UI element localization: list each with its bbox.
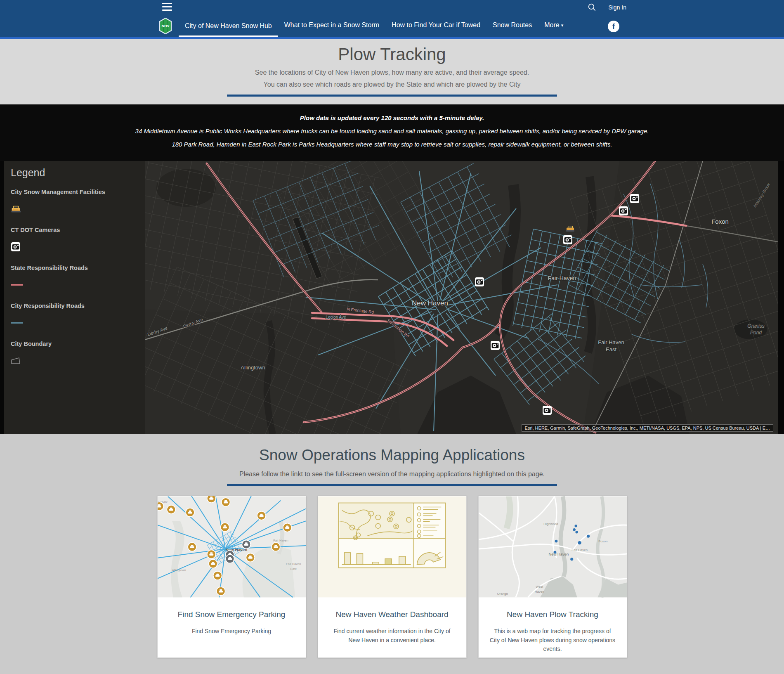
map-canvas[interactable]: New HavenFair HavenFair HavenEastFoxonAl… xyxy=(145,161,778,434)
traffic-camera-icon[interactable] xyxy=(563,235,572,244)
parking-marker-icon xyxy=(188,543,196,551)
legend-item-city-boundary: City Boundary xyxy=(11,341,145,365)
svg-text:NHV: NHV xyxy=(161,24,169,28)
notice-line-3: 180 Park Road, Hamden in East Rock Park … xyxy=(0,141,784,148)
map-label-new-haven: New Haven xyxy=(412,299,448,307)
card-find-snow-emergency-parking[interactable]: WestvilleNew HavenFair HavenAllingtownFa… xyxy=(157,496,306,658)
parking-marker-icon xyxy=(207,550,215,558)
polygon-icon xyxy=(11,356,145,365)
parking-marker-icon xyxy=(257,511,266,520)
traffic-camera-icon[interactable] xyxy=(475,277,484,286)
card-description: Find current weather information in the … xyxy=(318,627,466,645)
card-title[interactable]: Find Snow Emergency Parking xyxy=(158,610,306,619)
parking-marker-icon xyxy=(213,571,222,580)
card-title[interactable]: New Haven Plow Tracking xyxy=(479,610,627,619)
card-description: This is a web map for tracking the progr… xyxy=(479,627,627,654)
notice-line-2: 34 Middletown Avenue is Public Works Hea… xyxy=(0,128,784,135)
apps-section: Snow Operations Mapping Applications Ple… xyxy=(0,434,784,674)
legend-title: Legend xyxy=(11,167,145,179)
parking-marker-icon xyxy=(246,553,255,562)
map-label-fair-haven: Fair Haven xyxy=(548,275,576,281)
page-subtitle-2: You can also see which roads are plowed … xyxy=(0,81,784,88)
map-label-fair-haven: Fair Haven xyxy=(598,339,624,345)
menu-icon[interactable] xyxy=(162,3,173,13)
plow-location-dot xyxy=(578,541,581,544)
legend-item-label: City Boundary xyxy=(11,341,145,347)
plow-location-dot xyxy=(586,535,589,538)
apps-title-underline xyxy=(227,484,557,486)
nav-link-what-to-expect-in-a-snow-storm[interactable]: What to Expect in a Snow Storm xyxy=(278,15,385,37)
line-icon xyxy=(11,280,145,289)
facebook-icon[interactable]: f xyxy=(608,21,619,32)
thumb-label-haven: Haven xyxy=(534,590,544,594)
thumb-label-allingtown: Allingtown xyxy=(172,568,186,572)
parking-marker-icon xyxy=(225,554,234,563)
legend-item-label: State Responsibility Roads xyxy=(11,265,145,271)
thumb-label-new-haven: New Haven xyxy=(548,552,569,556)
thumb-label-orange: Orange xyxy=(497,592,508,596)
legend-item-state-responsibility-roads: State Responsibility Roads xyxy=(11,265,145,289)
traffic-camera-icon[interactable] xyxy=(630,194,639,203)
plow-location-dot xyxy=(553,551,556,554)
traffic-camera-icon[interactable] xyxy=(543,406,552,415)
plow-tracking-map[interactable]: New HavenFair HavenFair HavenEastFoxonAl… xyxy=(145,161,778,434)
notice-line-1: Plow data is updated every 120 seconds w… xyxy=(0,114,784,121)
card-description: Find Snow Emergency Parking xyxy=(158,627,306,636)
page-title: Plow Tracking xyxy=(0,45,784,64)
map-label-foxon: Foxon xyxy=(711,218,729,225)
weather-dashboard-thumbnail xyxy=(318,496,466,598)
card-weather-dashboard[interactable]: New Haven Weather Dashboard Find current… xyxy=(318,496,467,658)
parking-marker-icon xyxy=(271,543,280,551)
plow-truck-icon xyxy=(11,204,145,213)
parking-marker-icon xyxy=(186,508,194,517)
parking-marker-icon xyxy=(167,505,175,514)
thumb-label-west: West xyxy=(536,585,543,589)
page-header: Plow Tracking See the locations of City … xyxy=(0,39,784,104)
page-subtitle-1: See the locations of City of New Haven p… xyxy=(0,69,784,76)
map-label-graniss: Graniss xyxy=(747,323,764,329)
plow-location-dot xyxy=(575,531,578,533)
plow-tracking-map-thumbnail: HighwoodFoxonFair HavenNew HavenWestHave… xyxy=(479,496,627,598)
chevron-down-icon: ▾ xyxy=(561,23,564,28)
traffic-camera-icon[interactable] xyxy=(619,206,628,215)
map-label-pond: Pond xyxy=(750,330,762,336)
sign-in-link[interactable]: Sign In xyxy=(608,4,626,11)
parking-marker-icon xyxy=(242,540,250,549)
nav-link-how-to-find-your-car-if-towed[interactable]: How to Find Your Car if Towed xyxy=(385,15,486,37)
map-label-legion-ave: Legion Ave xyxy=(326,315,346,319)
parking-marker-icon xyxy=(283,523,291,532)
parking-map-thumbnail: WestvilleNew HavenFair HavenAllingtownFa… xyxy=(158,496,306,598)
line-icon xyxy=(11,318,145,327)
nav-link-snow-routes[interactable]: Snow Routes xyxy=(486,15,538,37)
card-title[interactable]: New Haven Weather Dashboard xyxy=(318,610,466,619)
plow-location-dot xyxy=(555,540,557,543)
thumb-label-fair-haven: Fair Haven xyxy=(571,548,588,552)
plow-location-dot xyxy=(574,525,577,527)
search-icon[interactable] xyxy=(588,3,597,12)
apps-subtitle: Please follow the linkt to see the full-… xyxy=(0,471,784,478)
plow-data-notice: Plow data is updated every 120 seconds w… xyxy=(0,104,784,161)
thumb-label-foxon: Foxon xyxy=(598,539,607,543)
top-navigation-bar: Sign In NHV City of New Haven Snow HubWh… xyxy=(0,0,784,39)
map-label-allingtown: Allingtown xyxy=(241,364,265,371)
nav-link-city-of-new-haven-snow-hub[interactable]: City of New Haven Snow Hub xyxy=(179,15,278,37)
parking-marker-icon xyxy=(208,559,217,568)
title-underline xyxy=(227,95,557,97)
thumb-label-fair-haven: Fair Haven xyxy=(273,539,288,542)
parking-marker-icon xyxy=(207,496,215,503)
parking-marker-icon xyxy=(221,498,230,506)
legend-item-city-responsibility-roads: City Responsibility Roads xyxy=(11,303,145,327)
legend-item-label: City Responsibility Roads xyxy=(11,303,145,309)
card-plow-tracking[interactable]: HighwoodFoxonFair HavenNew HavenWestHave… xyxy=(478,496,627,658)
map-attribution: Esri, HERE, Garmin, SafeGraph, GeoTechno… xyxy=(522,424,773,432)
legend-item-city-snow-management-facilities: City Snow Management Facilities xyxy=(11,189,145,213)
parking-marker-icon xyxy=(220,523,229,532)
nav-link-more[interactable]: More▾ xyxy=(538,15,569,37)
map-label-east: East xyxy=(606,346,616,352)
map-section: Legend City Snow Management FacilitiesCT… xyxy=(0,161,784,434)
plow-location-dot xyxy=(570,558,573,560)
traffic-camera-icon[interactable] xyxy=(491,341,500,350)
camera-icon xyxy=(11,242,145,251)
city-logo-icon[interactable]: NHV xyxy=(159,18,172,34)
legend-panel: Legend City Snow Management FacilitiesCT… xyxy=(4,161,145,434)
